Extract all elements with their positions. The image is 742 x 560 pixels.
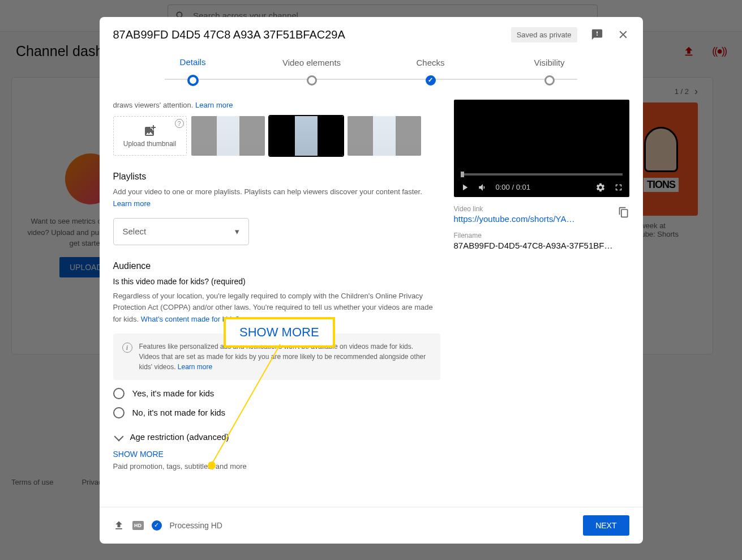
step-video-elements[interactable]: Video elements <box>252 58 371 86</box>
dialog-title: 87AB99FD D4D5 47C8 A93A 37F51BFAC29A <box>113 28 504 41</box>
feedback-icon[interactable] <box>591 28 603 41</box>
playlists-desc: Add your video to one or more playlists.… <box>113 186 440 210</box>
radio-not-for-kids[interactable]: No, it's not made for kids <box>113 407 440 418</box>
filename-label: Filename <box>454 232 629 240</box>
thumbnail-row: ? Upload thumbnail <box>113 116 440 156</box>
radio-label: No, it's not made for kids <box>132 408 226 417</box>
hd-badge: HD <box>132 521 144 530</box>
age-restriction-label: Age restriction (advanced) <box>130 432 229 442</box>
thumbnail-option-2[interactable] <box>269 116 343 156</box>
play-icon[interactable] <box>460 182 470 193</box>
volume-icon[interactable] <box>478 182 488 193</box>
step-visibility[interactable]: Visibility <box>490 58 609 86</box>
stepper: Details Video elements Checks Visibility <box>100 53 643 100</box>
fullscreen-icon[interactable] <box>614 182 624 193</box>
copy-icon[interactable] <box>618 207 629 218</box>
dialog-footer: HD ✓ Processing HD NEXT <box>100 507 643 544</box>
playlists-select[interactable]: Select ▾ <box>113 218 249 245</box>
help-icon[interactable]: ? <box>175 119 184 128</box>
learn-more-link[interactable]: Learn more <box>113 199 151 208</box>
upload-dialog: 87AB99FD D4D5 47C8 A93A 37F51BFAC29A Sav… <box>100 17 643 544</box>
processing-status: Processing HD <box>170 521 576 530</box>
audience-heading: Audience <box>113 261 440 271</box>
chevron-down-icon: ▾ <box>235 226 239 237</box>
step-checks[interactable]: Checks <box>371 58 490 86</box>
add-image-icon <box>143 124 157 138</box>
upload-thumb-label: Upload thumbnail <box>123 140 176 148</box>
step-details[interactable]: Details <box>134 57 252 86</box>
filename-value: 87AB99FD-D4D5-47C8-A93A-37F51BF… <box>454 241 629 250</box>
video-link-label: Video link <box>454 205 629 213</box>
audience-question: Is this video made for kids? (required) <box>113 277 440 286</box>
video-time: 0:00 / 0:01 <box>496 183 530 191</box>
filename-meta: Filename 87AB99FD-D4D5-47C8-A93A-37F51BF… <box>454 232 629 250</box>
radio-icon <box>113 407 125 418</box>
save-status-badge: Saved as private <box>511 27 577 42</box>
close-icon[interactable] <box>617 28 629 41</box>
thumbnail-desc-truncated: draws viewers' attention. Learn more <box>113 100 440 111</box>
modal-overlay: 87AB99FD D4D5 47C8 A93A 37F51BFAC29A Sav… <box>0 0 742 560</box>
check-icon: ✓ <box>152 520 162 531</box>
show-more-button[interactable]: SHOW MORE <box>113 450 440 459</box>
chevron-down-icon <box>114 432 123 442</box>
radio-label: Yes, it's made for kids <box>132 388 215 398</box>
kids-info-box: i Features like personalized ads and not… <box>113 334 440 380</box>
kids-content-link[interactable]: What's content made for kids? <box>141 315 239 323</box>
video-link-value[interactable]: https://youtube.com/shorts/YA… <box>454 214 629 224</box>
thumbnail-option-3[interactable] <box>348 116 421 156</box>
age-restriction-toggle[interactable]: Age restriction (advanced) <box>113 432 440 442</box>
learn-more-link[interactable]: Learn more <box>178 363 212 371</box>
dialog-body: draws viewers' attention. Learn more ? U… <box>100 100 643 507</box>
radio-icon <box>113 388 125 399</box>
upload-status-icon <box>113 520 125 531</box>
learn-more-link[interactable]: Learn more <box>195 101 233 109</box>
info-icon: i <box>122 343 132 353</box>
upload-thumbnail-button[interactable]: ? Upload thumbnail <box>113 116 187 156</box>
thumbnail-option-1[interactable] <box>191 116 265 156</box>
progress-bar[interactable] <box>461 173 623 176</box>
select-label: Select <box>123 226 147 236</box>
video-preview[interactable]: 0:00 / 0:01 <box>454 100 629 197</box>
playlists-heading: Playlists <box>113 172 440 182</box>
video-link-meta: Video link https://youtube.com/shorts/YA… <box>454 205 629 224</box>
dialog-header: 87AB99FD D4D5 47C8 A93A 37F51BFAC29A Sav… <box>100 17 643 53</box>
radio-made-for-kids[interactable]: Yes, it's made for kids <box>113 388 440 399</box>
show-more-subtitle: Paid promotion, tags, subtitles, and mor… <box>113 462 440 471</box>
settings-icon[interactable] <box>595 182 606 193</box>
next-button[interactable]: NEXT <box>583 515 629 536</box>
audience-desc: Regardless of your location, you're lega… <box>113 290 440 326</box>
